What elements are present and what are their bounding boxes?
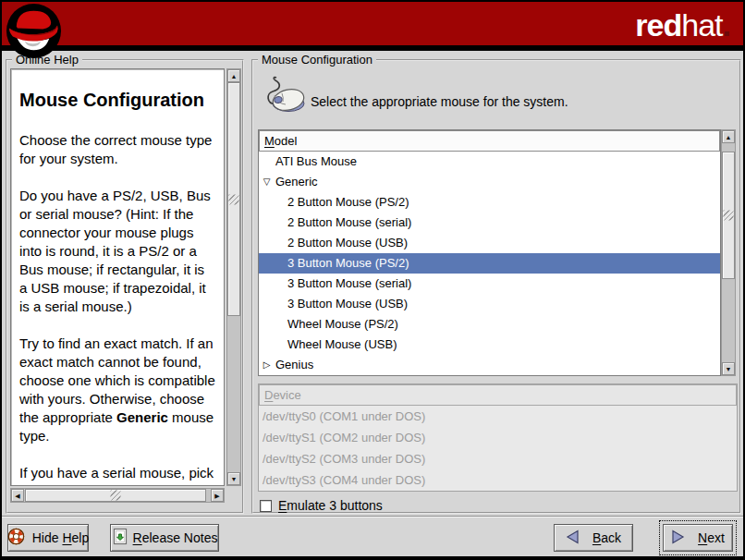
hide-help-label: Hide Help xyxy=(32,530,90,545)
release-notes-button[interactable]: Release Notes xyxy=(110,524,219,552)
model-row-label: 2 Button Mouse (PS/2) xyxy=(275,192,409,213)
model-row-label: ATI Bus Mouse xyxy=(275,152,357,172)
model-row-label: 2 Button Mouse (serial) xyxy=(275,213,411,233)
next-button-focus-ring: Next xyxy=(659,520,737,555)
scroll-up-icon[interactable]: ▲ xyxy=(722,130,735,143)
help-vscroll-thumb[interactable] xyxy=(227,82,240,316)
mouse-configuration-panel: Mouse Configuration Select the appropria… xyxy=(251,59,741,514)
model-vscroll-track[interactable] xyxy=(722,143,735,362)
installer-body: Online Help Mouse Configuration Choose t… xyxy=(2,51,743,556)
device-row: /dev/ttyS1 (COM2 under DOS) xyxy=(259,427,737,448)
release-notes-icon xyxy=(112,528,128,548)
help-title: Mouse Configuration xyxy=(19,90,215,111)
expander-open-icon[interactable]: ▽ xyxy=(259,172,275,192)
installer-window: redhat. Online Help Mouse Configuration … xyxy=(0,0,745,560)
model-row-genius[interactable]: ▷Genius xyxy=(259,355,720,375)
wordmark-dot: . xyxy=(723,7,730,43)
next-label: Next xyxy=(698,530,725,545)
model-vscroll-thumb[interactable] xyxy=(722,152,735,278)
model-row-wheel-mouse-ps-2[interactable]: Wheel Mouse (PS/2) xyxy=(259,314,720,335)
model-row-label: 3 Button Mouse (PS/2) xyxy=(275,253,409,274)
next-arrow-icon xyxy=(671,530,685,547)
device-row: /dev/ttyS0 (COM1 under DOS) xyxy=(259,406,737,427)
header-bar: redhat. xyxy=(2,2,743,48)
model-row-3-button-mouse-ps-2[interactable]: 3 Button Mouse (PS/2) xyxy=(259,253,720,274)
redhat-wordmark: redhat. xyxy=(635,7,730,43)
model-row-wheel-mouse-usb[interactable]: Wheel Mouse (USB) xyxy=(259,335,720,355)
scroll-up-icon[interactable]: ▲ xyxy=(227,69,240,82)
device-column-header: Device xyxy=(259,384,737,406)
scroll-right-icon[interactable]: ▶ xyxy=(211,489,224,502)
help-paragraph-2: Do you have a PS/2, USB, Bus or serial m… xyxy=(19,187,215,316)
model-list: Model ATI Bus Mouse▽Generic2 Button Mous… xyxy=(258,129,721,376)
model-row-label: 3 Button Mouse (USB) xyxy=(275,294,408,314)
scroll-down-icon[interactable]: ▼ xyxy=(227,472,240,485)
help-text-viewport[interactable]: Mouse Configuration Choose the correct m… xyxy=(10,68,225,486)
back-arrow-icon xyxy=(566,530,580,547)
model-row-generic[interactable]: ▽Generic xyxy=(259,172,720,192)
instruction-text: Select the appropriate mouse for the sys… xyxy=(311,94,568,109)
model-row-2-button-mouse-serial[interactable]: 2 Button Mouse (serial) xyxy=(259,213,720,233)
help-vertical-scrollbar[interactable]: ▲ ▼ xyxy=(226,68,241,486)
emulate-3-buttons-checkbox[interactable] xyxy=(260,500,272,512)
wordmark-red: red xyxy=(635,7,681,43)
model-row-label: Wheel Mouse (USB) xyxy=(275,335,397,355)
thumb-grip xyxy=(110,491,120,501)
help-horizontal-scrollbar[interactable]: ◀ ▶ xyxy=(10,488,225,503)
model-row-ati-bus-mouse[interactable]: ATI Bus Mouse xyxy=(259,152,720,172)
help-paragraph-1: Choose the correct mouse type for your s… xyxy=(19,131,215,168)
mouse-icon xyxy=(263,76,307,118)
back-button[interactable]: Back xyxy=(554,524,633,552)
help-paragraph-4-clipped: If you have a serial mouse, pick xyxy=(19,464,215,482)
emulate-3-buttons-option[interactable]: Emulate 3 buttons xyxy=(260,498,383,513)
hide-help-button[interactable]: Hide Help xyxy=(7,524,89,552)
expander-closed-icon[interactable]: ▷ xyxy=(259,355,275,375)
device-rows: /dev/ttyS0 (COM1 under DOS)/dev/ttyS1 (C… xyxy=(259,406,737,491)
thumb-grip xyxy=(229,194,239,204)
mouse-configuration-frame-label: Mouse Configuration xyxy=(258,53,376,67)
device-row: /dev/ttyS2 (COM3 under DOS) xyxy=(259,448,737,469)
back-label: Back xyxy=(592,530,621,545)
generic-bold: Generic xyxy=(116,409,168,425)
thumb-grip xyxy=(724,211,734,221)
next-button[interactable]: Next xyxy=(663,524,733,552)
button-bar: Hide Help Release Notes xyxy=(2,516,743,556)
model-row-2-button-mouse-usb[interactable]: 2 Button Mouse (USB) xyxy=(259,233,720,253)
lifesaver-icon xyxy=(7,528,25,548)
help-vscroll-track[interactable] xyxy=(227,82,240,472)
scroll-left-icon[interactable]: ◀ xyxy=(11,489,24,502)
help-hscroll-thumb[interactable] xyxy=(25,489,206,502)
model-row-label: Generic xyxy=(275,172,318,192)
model-rows: ATI Bus Mouse▽Generic2 Button Mouse (PS/… xyxy=(259,152,720,375)
model-row-3-button-mouse-serial[interactable]: 3 Button Mouse (serial) xyxy=(259,274,720,294)
model-vertical-scrollbar[interactable]: ▲ ▼ xyxy=(721,129,736,376)
model-row-3-button-mouse-usb[interactable]: 3 Button Mouse (USB) xyxy=(259,294,720,314)
help-paragraph-3: Try to find an exact match. If an exact … xyxy=(19,335,215,445)
help-hscroll-track[interactable] xyxy=(24,489,211,502)
model-row-label: 3 Button Mouse (serial) xyxy=(275,274,411,294)
model-row-label: Genius xyxy=(275,355,313,375)
model-column-header[interactable]: Model xyxy=(259,130,720,152)
model-row-label: 2 Button Mouse (USB) xyxy=(275,233,408,253)
device-list: Device /dev/ttyS0 (COM1 under DOS)/dev/t… xyxy=(258,383,738,492)
model-row-2-button-mouse-ps-2[interactable]: 2 Button Mouse (PS/2) xyxy=(259,192,720,213)
wordmark-hat: hat xyxy=(681,7,722,43)
redhat-shadowman-logo-icon xyxy=(5,2,63,64)
device-row: /dev/ttyS3 (COM4 under DOS) xyxy=(259,469,737,491)
release-notes-label: Release Notes xyxy=(133,530,218,545)
scroll-down-icon[interactable]: ▼ xyxy=(722,362,735,375)
online-help-panel: Online Help Mouse Configuration Choose t… xyxy=(6,59,244,514)
emulate-3-buttons-label: Emulate 3 buttons xyxy=(278,498,383,513)
model-row-label: Wheel Mouse (PS/2) xyxy=(275,314,398,335)
